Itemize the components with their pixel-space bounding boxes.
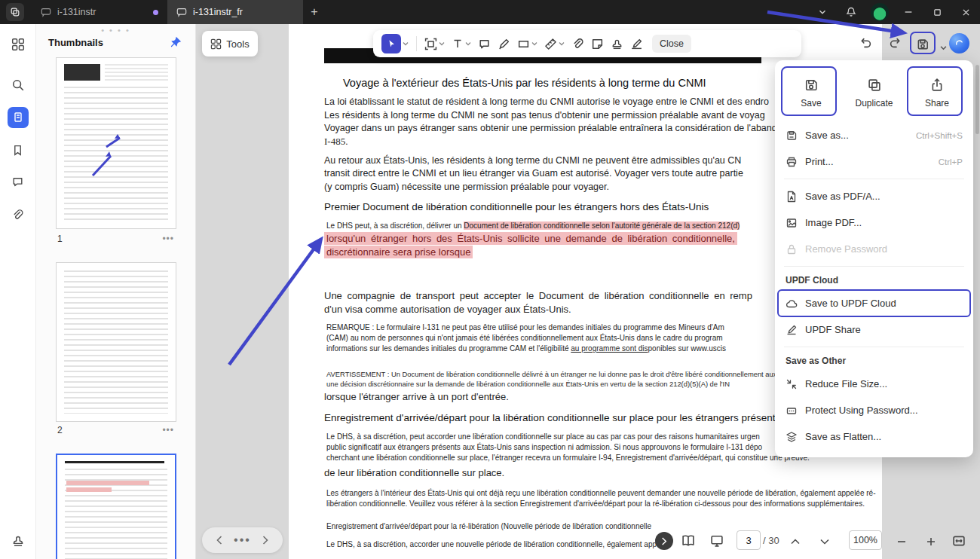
chevron-down-icon[interactable]	[465, 41, 471, 46]
doc-line: Les résidents à long terme du CNMI ne so…	[324, 110, 765, 121]
menu-item-save-to-updf-cloud[interactable]: Save to UPDF Cloud	[775, 290, 973, 316]
menu-item-label: Save as...	[805, 130, 908, 141]
thumbnail-page-1[interactable]	[56, 57, 176, 229]
doc-text: informations sur les demandes initiales …	[326, 344, 571, 353]
share-icon	[929, 78, 945, 93]
stamp-icon[interactable]	[8, 531, 28, 551]
user-avatar[interactable]	[865, 0, 894, 24]
menu-item-image-pdf[interactable]: Image PDF...	[775, 209, 973, 236]
thumbnail-page-3[interactable]	[56, 454, 176, 559]
menu-item-label: Remove Password	[805, 243, 963, 255]
chevron-down-icon[interactable]	[531, 41, 537, 46]
highlighter-tool[interactable]	[495, 33, 513, 54]
chevron-down-icon[interactable]	[816, 533, 833, 550]
save-icon[interactable]	[914, 36, 931, 53]
attachment-icon[interactable]	[8, 205, 28, 225]
duplicate-button[interactable]: Duplicate	[846, 69, 903, 116]
close-toolbar-button[interactable]: Close	[652, 35, 691, 53]
grid-icon[interactable]	[8, 35, 28, 54]
attach-tool[interactable]	[569, 33, 586, 54]
thumbnail-row-meta: 2 •••	[57, 425, 174, 435]
close-icon[interactable]	[951, 0, 980, 24]
doc-line: (y compris Guam) nécessite une permissio…	[324, 182, 609, 192]
tab-i-131instr-fr[interactable]: i-131instr_fr	[167, 0, 303, 24]
chevron-down-icon[interactable]	[403, 41, 409, 46]
zoom-out-icon[interactable]	[893, 533, 910, 550]
maximize-icon[interactable]	[923, 0, 951, 24]
thumbnail-page-2[interactable]	[56, 262, 176, 422]
panel-drag-handle[interactable]: • • • •	[101, 26, 130, 35]
fit-width-icon[interactable]	[950, 532, 968, 550]
bell-icon[interactable]	[837, 0, 865, 24]
menu-item-save-as-flatten[interactable]: Save as Flatten...	[775, 423, 973, 450]
chevron-left-icon[interactable]	[216, 536, 222, 545]
doc-heading: Premier Document de libération condition…	[324, 201, 709, 212]
highlight-annotation[interactable]: lorsqu'un étranger hors des États-Unis s…	[324, 232, 737, 245]
chevron-down-icon[interactable]	[559, 41, 565, 46]
chevron-right-icon[interactable]	[262, 536, 268, 545]
zoom-in-icon[interactable]	[923, 533, 939, 550]
thumbnail-more-button[interactable]: •••	[162, 425, 174, 435]
sticker-tool[interactable]	[589, 33, 606, 54]
doc-link[interactable]: au programme sont dis	[571, 344, 648, 353]
redo-icon[interactable]	[887, 35, 903, 51]
expand-panel-button[interactable]	[655, 532, 673, 550]
pin-icon[interactable]	[170, 36, 182, 48]
frame-tool[interactable]	[422, 33, 447, 54]
menu-button-label: Share	[925, 98, 949, 108]
menu-item-reduce-file-size[interactable]: Reduce File Size...	[775, 371, 973, 397]
thumbnail-row-meta: 1 •••	[57, 234, 174, 244]
minimize-icon[interactable]	[894, 0, 923, 24]
menu-item-save-as[interactable]: Save as... Ctrl+Shift+S	[775, 122, 973, 148]
menu-item-remove-password[interactable]: Remove Password	[775, 236, 973, 262]
measure-icon	[544, 38, 557, 50]
new-tab-button[interactable]: +	[303, 0, 326, 24]
presentation-icon[interactable]	[708, 532, 726, 550]
more-dots-icon[interactable]: •••	[234, 533, 251, 547]
menu-item-print[interactable]: Print... Ctrl+P	[775, 148, 973, 175]
attachment-icon	[571, 38, 584, 50]
text-tool-icon	[452, 38, 464, 50]
thumb-highlight-mark	[66, 487, 112, 492]
text-tool[interactable]	[449, 33, 473, 54]
ai-assistant-icon[interactable]	[949, 33, 969, 53]
comment-icon[interactable]	[8, 172, 28, 191]
menu-section-header: UPDF Cloud	[775, 270, 973, 290]
save-button[interactable]: Save	[782, 69, 840, 116]
stamp-tool[interactable]	[608, 33, 626, 54]
left-icon-rail	[0, 24, 36, 559]
reader-mode-icon[interactable]	[679, 532, 697, 550]
comment-tool[interactable]	[476, 33, 493, 54]
chevron-up-icon[interactable]	[787, 533, 804, 550]
measure-tool[interactable]	[542, 33, 567, 54]
doc-line: Voyager dans un pays étranger sans obten…	[324, 123, 850, 133]
menu-item-protect-password[interactable]: Protect Using Password...	[775, 397, 973, 423]
undo-icon[interactable]	[858, 35, 874, 51]
highlight-annotation[interactable]: Document de libération conditionnelle se…	[464, 221, 740, 230]
shape-tool[interactable]	[515, 33, 540, 54]
thumb-texture	[65, 461, 164, 463]
menu-item-save-as-pdfa[interactable]: Save as PDF/A...	[775, 183, 973, 209]
highlight-annotation[interactable]: discrétionnaire sera prise lorsque	[324, 246, 473, 258]
bookmark-icon[interactable]	[8, 140, 28, 160]
stamp-icon	[611, 38, 623, 50]
vertical-scrollbar[interactable]	[975, 65, 979, 134]
share-button[interactable]: Share	[908, 69, 966, 116]
page-number-input[interactable]	[737, 530, 761, 550]
thumbnail-more-button[interactable]: •••	[162, 234, 174, 244]
signature-icon	[630, 38, 643, 50]
chevron-down-icon[interactable]	[439, 41, 445, 46]
tools-button[interactable]: Tools	[202, 31, 258, 57]
menu-item-updf-share[interactable]: UPDF Share	[775, 316, 973, 343]
app-logo-icon[interactable]	[6, 3, 24, 21]
signature-tool[interactable]	[628, 33, 645, 54]
select-tool[interactable]	[379, 33, 411, 54]
chevron-down-icon[interactable]	[808, 0, 837, 24]
zoom-level-button[interactable]: 100%	[849, 530, 882, 550]
menu-button-label: Duplicate	[855, 98, 893, 108]
tools-button-label: Tools	[226, 38, 249, 50]
tab-i-131instr[interactable]: i-131instr	[32, 0, 167, 24]
thumbnails-icon[interactable]	[8, 107, 29, 128]
search-icon[interactable]	[8, 75, 28, 95]
cloud-icon	[786, 298, 798, 310]
